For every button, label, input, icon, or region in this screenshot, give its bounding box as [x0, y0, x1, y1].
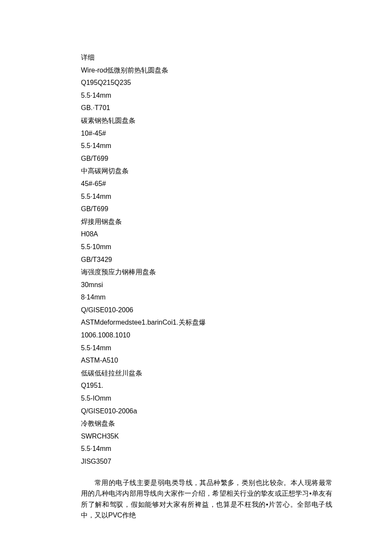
spec-line: GB/T3429	[81, 253, 332, 266]
spec-line: GB/T699	[81, 203, 332, 215]
spec-line: JISG3507	[81, 455, 332, 468]
spec-line: 8·14mm	[81, 291, 332, 304]
group-title: 中高碳网切盘条	[81, 165, 332, 177]
group-title: 低碳低硅拉丝川盆条	[81, 367, 332, 380]
group-title: Wire-rod低微别前热轧圆盘条	[81, 64, 332, 77]
document-page: 详细 Wire-rod低微别前热轧圆盘条 Q195Q215Q235 5.5·14…	[0, 0, 392, 553]
spec-line: 5.5·14mm	[81, 139, 332, 152]
spec-line: Q1951.	[81, 379, 332, 392]
group-title: 诲强度预应力钢棒用盘条	[81, 266, 332, 279]
spec-line: 5.5·14mm	[81, 190, 332, 203]
group-title: 冷教钢盘条	[81, 417, 332, 430]
spec-line: GB.·T701	[81, 102, 332, 114]
spec-line: GB/T699	[81, 152, 332, 165]
spec-line: Q/GISE010-2006a	[81, 405, 332, 418]
group-title: 焊接用钢盘条	[81, 215, 332, 228]
spec-line: 10#-45#	[81, 127, 332, 140]
spec-line: Q195Q215Q235	[81, 76, 332, 89]
group-title: 碳素钢热轧圆盘条	[81, 114, 332, 127]
spec-line: ASTM-A510	[81, 354, 332, 367]
spec-line: 30mnsi	[81, 279, 332, 291]
spec-line: 5.5·10mm	[81, 241, 332, 253]
group-title: ASTMdeformedstee1.barinCoi1.关标盘爆	[81, 316, 332, 329]
page-heading: 详细	[81, 51, 332, 64]
spec-line: 45#-65#	[81, 177, 332, 190]
spec-line: Q/GISE010-2006	[81, 304, 332, 317]
spec-line: 5.5·14mm	[81, 89, 332, 102]
spec-line: 5.5-IOmm	[81, 392, 332, 405]
spec-line: 1006.1008.1010	[81, 329, 332, 342]
spec-line: 5.5·14mm	[81, 342, 332, 355]
spec-line: SWRCH35K	[81, 430, 332, 443]
spec-line: 5.5·14mm	[81, 442, 332, 455]
spec-line: H08A	[81, 228, 332, 241]
body-paragraph: 常用的电子线主要是弱电类导线，其品种繁多，类别也比较杂。本人现将最常用的几种电涔…	[81, 477, 332, 521]
